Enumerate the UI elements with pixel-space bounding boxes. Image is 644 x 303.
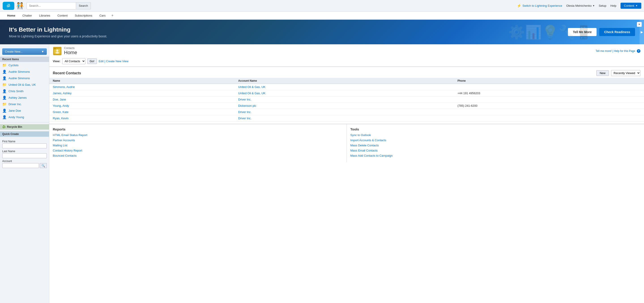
account-name-link[interactable]: Driver Inc. — [238, 116, 251, 120]
nav-item-home[interactable]: Home — [4, 12, 19, 19]
account-lookup-button[interactable]: 🔍 — [40, 163, 47, 168]
sidebar-item-audrie-simmons-1[interactable]: 👤 Audrie Simmons — [0, 68, 49, 75]
page-header-right: Tell me more! | Help for this Page ? — [596, 49, 640, 53]
report-link-contact-history[interactable]: Contact History Report — [53, 149, 343, 152]
go-button[interactable]: Go! — [87, 58, 97, 64]
contact-name-link[interactable]: James, Ashley — [53, 92, 72, 95]
account-name-link[interactable]: Driver Inc. — [238, 110, 251, 114]
last-name-input[interactable] — [2, 153, 47, 158]
recycle-bin-title[interactable]: ♻️ Recycle Bin — [0, 124, 49, 130]
sidebar-item-cyclists[interactable]: 📁 Cyclists — [0, 62, 49, 68]
view-select[interactable]: All Contacts — [62, 58, 86, 64]
banner-title: It's Better in Lightning — [9, 26, 107, 33]
report-link-mailing-list[interactable]: Mailing List — [53, 144, 343, 147]
nav-item-subscriptions[interactable]: Subscriptions — [71, 12, 96, 19]
bottom-sections: Reports HTML Email Status Report Partner… — [49, 124, 644, 162]
account-input[interactable] — [2, 163, 39, 168]
first-name-label: First Name — [2, 140, 47, 143]
tool-link-mass-email[interactable]: Mass Email Contacts — [350, 149, 641, 152]
report-link-bounced-contacts[interactable]: Bounced Contacts — [53, 154, 343, 157]
nav-item-libraries[interactable]: Libraries — [36, 12, 54, 19]
contact-name-link[interactable]: Doe, Jane — [53, 98, 66, 101]
page-header-left: Contacts Home — [53, 46, 77, 56]
banner-expand-arrow[interactable]: ▶ — [640, 20, 644, 44]
report-link-html-email[interactable]: HTML Email Status Report — [53, 133, 343, 137]
sidebar-item-label: Chris Smith — [8, 90, 24, 93]
folder-icon: 📁 — [2, 102, 7, 106]
content-button[interactable]: Content ▼ — [620, 3, 641, 9]
account-name-link[interactable]: United Oil & Gas, UK — [238, 92, 266, 95]
quick-create-section: Quick Create First Name Last Name Accoun… — [0, 131, 49, 170]
new-contact-button[interactable]: New — [596, 70, 609, 76]
table-row: Simmons, Audrie United Oil & Gas, UK — [49, 84, 644, 90]
recycle-bin-icon: ♻️ — [2, 125, 6, 128]
svg-rect-7 — [54, 48, 56, 49]
help-link[interactable]: Help — [610, 4, 616, 8]
nav-item-chatter[interactable]: Chatter — [19, 12, 36, 19]
page-title-area: Contacts Home — [64, 46, 77, 56]
content-btn-caret-icon: ▼ — [636, 4, 638, 7]
view-label: View: — [53, 60, 60, 63]
contact-name-link[interactable]: Simmons, Audrie — [53, 85, 75, 88]
folder-icon: 📁 — [2, 82, 7, 87]
create-new-button[interactable]: Create New... ▼ — [2, 48, 47, 55]
tool-link-mass-delete[interactable]: Mass Delete Contacts — [350, 144, 641, 147]
sidebar-item-chris-smith[interactable]: 👤 Chris Smith — [0, 88, 49, 94]
contact-name-link[interactable]: Green, Kate — [53, 110, 68, 114]
report-link-partner-accounts[interactable]: Partner Accounts — [53, 138, 343, 142]
search-area: Search — [27, 2, 91, 10]
person-icon: 👤 — [2, 96, 7, 100]
mascot-icon: 🧑‍🤝‍🧑 — [16, 2, 24, 10]
account-name-link[interactable]: Dickenson plc — [238, 104, 256, 108]
sidebar-item-audrie-simmons-2[interactable]: 👤 Audrie Simmons — [0, 75, 49, 82]
contact-name-link[interactable]: Ryan, Kevin — [53, 116, 68, 120]
sidebar-item-jane-doe[interactable]: 👤 Jane Doe — [0, 108, 49, 114]
lightning-switch-button[interactable]: ⚡ Switch to Lightning Experience — [517, 4, 562, 8]
account-name-link[interactable]: Driver Inc. — [238, 98, 251, 101]
search-button[interactable]: Search — [76, 2, 91, 10]
tell-me-more-link[interactable]: Tell me more! — [596, 50, 612, 52]
page-header: Contacts Home Tell me more! | Help for t… — [49, 44, 644, 57]
content-btn-label: Content — [624, 4, 634, 8]
help-for-page-link[interactable]: Help for this Page — [614, 50, 635, 52]
setup-link[interactable]: Setup — [599, 4, 606, 8]
sidebar-item-driver-inc[interactable]: 📁 Driver Inc. — [0, 101, 49, 108]
user-menu[interactable]: Olesia Melnichenko ▼ — [566, 4, 594, 8]
user-caret-icon: ▼ — [592, 4, 595, 7]
tools-section: Tools Sync to Outlook Import Accounts & … — [347, 124, 644, 162]
folder-icon: 📁 — [2, 63, 7, 67]
page-title: Home — [64, 50, 77, 56]
account-name-link[interactable]: United Oil & Gas, UK — [238, 85, 266, 88]
svg-point-5 — [56, 50, 58, 52]
user-name: Olesia Melnichenko — [566, 4, 592, 8]
banner-icons-bg: ⚙️📊💡🔧📱 — [505, 20, 595, 44]
nav-item-content[interactable]: Content — [54, 12, 72, 19]
create-new-view-link[interactable]: Create New View — [106, 60, 128, 63]
sidebar-item-label: Audrie Simmons — [8, 76, 30, 80]
search-input[interactable] — [27, 2, 76, 10]
view-edit-links: Edit | Create New View — [99, 60, 128, 63]
svg-text:'24: '24 — [8, 3, 10, 5]
first-name-input[interactable] — [2, 144, 47, 148]
sidebar-item-andy-young[interactable]: 👤 Andy Young — [0, 114, 49, 120]
tool-link-sync-outlook[interactable]: Sync to Outlook — [350, 133, 641, 137]
help-circle-icon: ? — [637, 49, 640, 53]
recently-viewed-select[interactable]: Recently Viewed — [611, 70, 640, 76]
table-row: Young, Andy Dickenson plc (785) 241-6200 — [49, 103, 644, 109]
phone-cell — [454, 84, 644, 90]
recycle-bin-label: Recycle Bin — [7, 125, 22, 128]
lightning-switch-label: Switch to Lightning Experience — [522, 4, 562, 8]
check-readiness-button[interactable]: Check Readiness — [599, 28, 635, 36]
nav-item-cars[interactable]: Cars — [96, 12, 109, 19]
col-header-name: Name — [49, 78, 234, 84]
edit-view-link[interactable]: Edit — [99, 60, 104, 63]
nav-add-tab-button[interactable]: + — [109, 12, 116, 19]
sidebar-item-label: Cyclists — [8, 64, 18, 67]
contact-name-link[interactable]: Young, Andy — [53, 104, 69, 108]
tool-link-import-accounts[interactable]: Import Accounts & Contacts — [350, 138, 641, 142]
phone-cell: +44 191 4956203 — [454, 90, 644, 96]
tool-link-mass-add-campaign[interactable]: Mass Add Contacts to Campaign — [350, 154, 641, 157]
sidebar-item-united-oil[interactable]: 📁 United Oil & Gas, UK — [0, 82, 49, 88]
sidebar-item-ashley-james[interactable]: 👤 Ashley James — [0, 94, 49, 101]
logo-area: SF '24 🧑‍🤝‍🧑 — [3, 2, 24, 10]
